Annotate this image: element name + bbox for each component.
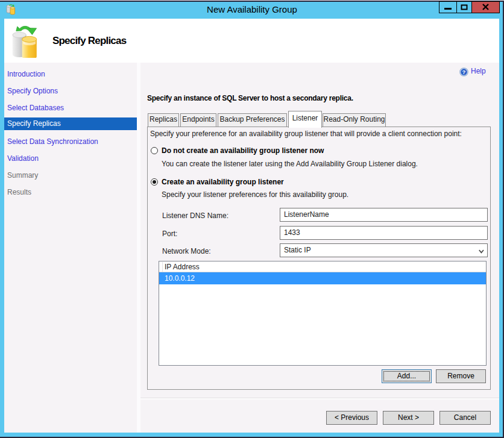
svg-text:?: ?: [462, 69, 466, 75]
